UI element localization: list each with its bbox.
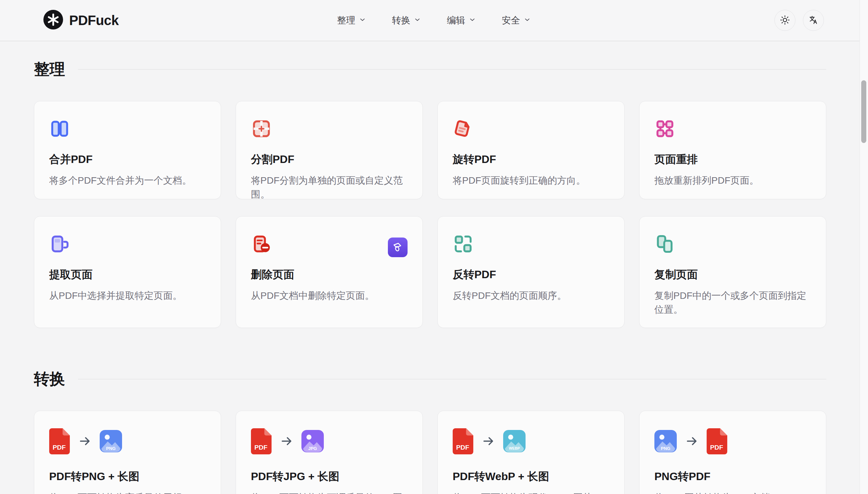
tool-card-title: PDF转JPG + 长图 xyxy=(251,469,408,484)
section-divider xyxy=(78,69,826,70)
tool-card-title: 提取页面 xyxy=(49,267,206,282)
theme-toggle-button[interactable] xyxy=(774,10,795,31)
tool-card-extract-pages[interactable]: 提取页面 从PDF中选择并提取特定页面。 xyxy=(34,216,221,328)
merge-pages-icon xyxy=(49,118,206,139)
chevron-down-icon xyxy=(359,15,366,26)
tool-card-reverse-pdf[interactable]: 反转PDF 反转PDF文档的页面顺序。 xyxy=(437,216,625,328)
arrow-right-icon xyxy=(481,434,495,448)
tool-card-title: 页面重排 xyxy=(654,152,811,167)
svg-text:PNG: PNG xyxy=(661,446,670,451)
tool-card-title: PDF转PNG + 长图 xyxy=(49,469,206,484)
tool-card-title: 复制页面 xyxy=(654,267,811,282)
tool-card-title: 分割PDF xyxy=(251,152,408,167)
organize-card-grid: 合并PDF 将多个PDF文件合并为一个文档。 分割PDF 将PDF分割为单独的页… xyxy=(34,101,826,328)
brand-logo[interactable]: PDFuck xyxy=(43,10,119,31)
tool-card-description: 复制PDF中的一个或多个页面到指定位置。 xyxy=(654,289,811,317)
reorder-blocks-icon xyxy=(654,118,811,139)
pdf-file-icon: PDF xyxy=(49,428,70,454)
svg-text:PDF: PDF xyxy=(710,443,723,451)
pdf-file-icon: PDF xyxy=(251,428,272,454)
nav-item-label: 编辑 xyxy=(447,14,465,26)
svg-text:PDF: PDF xyxy=(254,443,267,451)
tool-card-rotate-pdf[interactable]: 旋转PDF 将PDF页面旋转到正确的方向。 xyxy=(437,101,625,199)
tool-card-delete-pages[interactable]: 删除页面 从PDF文档中删除特定页面。 xyxy=(236,216,423,328)
conversion-icons: PDF JPG xyxy=(251,428,408,454)
delete-page-icon xyxy=(251,233,408,254)
tool-card-description: 将PDF页面旋转到正确的方向。 xyxy=(453,174,609,188)
translate-icon xyxy=(808,15,818,26)
png-image-icon: PNG xyxy=(654,430,677,452)
tool-card-description: 将PDF页面转换为可调质量的JPG图片。 xyxy=(251,491,408,494)
nav-item-edit[interactable]: 编辑 xyxy=(447,14,476,26)
tool-card-title: PNG转PDF xyxy=(654,469,811,484)
arrow-right-icon xyxy=(280,434,293,448)
tool-card-description: 将PNG图片转换为PDF文档。 xyxy=(654,491,811,494)
tool-card-description: 将PDF页面转换为现代WebP图片，压缩效果更佳。 xyxy=(453,491,609,494)
sun-icon xyxy=(780,15,790,26)
nav-item-label: 整理 xyxy=(337,14,355,26)
duplicate-pages-icon xyxy=(654,233,811,254)
nav-item-label: 转换 xyxy=(392,14,410,26)
png-image-icon: PNG xyxy=(100,430,122,452)
tool-card-pdf-to-webp[interactable]: PDF WEBP PDF转WebP + 长图 将PDF页面转换为现代WebP图片… xyxy=(437,411,625,494)
tool-card-duplicate-pages[interactable]: 复制页面 复制PDF中的一个或多个页面到指定位置。 xyxy=(639,216,826,328)
arrow-right-icon xyxy=(78,434,92,448)
tool-card-description: 拖放重新排列PDF页面。 xyxy=(654,174,811,188)
nav-item-security[interactable]: 安全 xyxy=(502,14,531,26)
jpg-image-icon: JPG xyxy=(301,430,324,452)
overlapping-shapes-badge-icon xyxy=(388,238,408,257)
chevron-down-icon xyxy=(468,15,476,26)
main-nav: 整理 转换 编辑 安全 xyxy=(337,14,531,26)
tool-card-pdf-to-png[interactable]: PDF PNG PDF转PNG + 长图 将PDF页面转换为高质量的无损PNG图… xyxy=(34,411,221,494)
svg-text:WEBP: WEBP xyxy=(509,446,520,450)
section-title: 整理 xyxy=(34,59,65,80)
tool-card-description: 从PDF中选择并提取特定页面。 xyxy=(49,289,206,303)
extract-page-icon xyxy=(49,233,206,254)
svg-text:JPG: JPG xyxy=(308,446,317,451)
asterisk-logo-icon xyxy=(43,10,63,31)
header-actions xyxy=(774,10,824,31)
tool-card-description: 将PDF分割为单独的页面或自定义范围。 xyxy=(251,174,408,201)
arrow-right-icon xyxy=(685,434,699,448)
scrollbar-track[interactable] xyxy=(860,0,868,494)
svg-text:PDF: PDF xyxy=(456,443,469,451)
section-title: 转换 xyxy=(34,369,65,390)
brand-name: PDFuck xyxy=(69,13,119,28)
tool-card-description: 将多个PDF文件合并为一个文档。 xyxy=(49,174,206,188)
reverse-order-icon xyxy=(453,233,609,254)
tool-card-description: 将PDF页面转换为高质量的无损PNG图片。 xyxy=(49,491,206,494)
svg-text:PNG: PNG xyxy=(106,446,116,451)
tool-card-title: 删除页面 xyxy=(251,267,408,282)
tool-card-description: 反转PDF文档的页面顺序。 xyxy=(453,289,609,303)
tool-card-description: 从PDF文档中删除特定页面。 xyxy=(251,289,408,303)
section-header-organize: 整理 xyxy=(34,59,826,80)
tool-card-pdf-to-jpg[interactable]: PDF JPG PDF转JPG + 长图 将PDF页面转换为可调质量的JPG图片… xyxy=(236,411,423,494)
split-grid-icon xyxy=(251,118,408,139)
section-header-convert: 转换 xyxy=(34,369,826,390)
nav-item-convert[interactable]: 转换 xyxy=(392,14,421,26)
conversion-icons: PDF WEBP xyxy=(453,428,609,454)
conversion-icons: PDF PNG xyxy=(49,428,206,454)
chevron-down-icon xyxy=(523,15,531,26)
tool-card-title: 合并PDF xyxy=(49,152,206,167)
nav-item-label: 安全 xyxy=(502,14,520,26)
tool-card-title: PDF转WebP + 长图 xyxy=(453,469,609,484)
pdf-file-icon: PDF xyxy=(707,428,727,454)
tool-card-title: 反转PDF xyxy=(453,267,609,282)
scrollbar-thumb[interactable] xyxy=(861,80,866,143)
language-switch-button[interactable] xyxy=(803,10,824,31)
rotate-document-icon xyxy=(453,118,609,139)
conversion-icons: PNG PDF xyxy=(654,428,811,454)
tool-card-png-to-pdf[interactable]: PNG PDF PNG转PDF 将PNG图片转换为PDF文档。 xyxy=(639,411,826,494)
pdf-file-icon: PDF xyxy=(453,428,473,454)
tool-card-merge-pdf[interactable]: 合并PDF 将多个PDF文件合并为一个文档。 xyxy=(34,101,221,199)
tool-card-split-pdf[interactable]: 分割PDF 将PDF分割为单独的页面或自定义范围。 xyxy=(236,101,423,199)
section-divider xyxy=(78,379,826,379)
chevron-down-icon xyxy=(414,15,421,26)
convert-card-grid: PDF PNG PDF转PNG + 长图 将PDF页面转换为高质量的无损PNG图… xyxy=(34,411,826,494)
nav-item-organize[interactable]: 整理 xyxy=(337,14,366,26)
tool-card-reorder-pages[interactable]: 页面重排 拖放重新排列PDF页面。 xyxy=(639,101,826,199)
tool-card-title: 旋转PDF xyxy=(453,152,609,167)
app-header: PDFuck 整理 转换 编辑 安全 xyxy=(0,0,868,41)
main-content: 整理 合并PDF 将多个PDF文件合并为一个文档。 xyxy=(34,59,826,494)
